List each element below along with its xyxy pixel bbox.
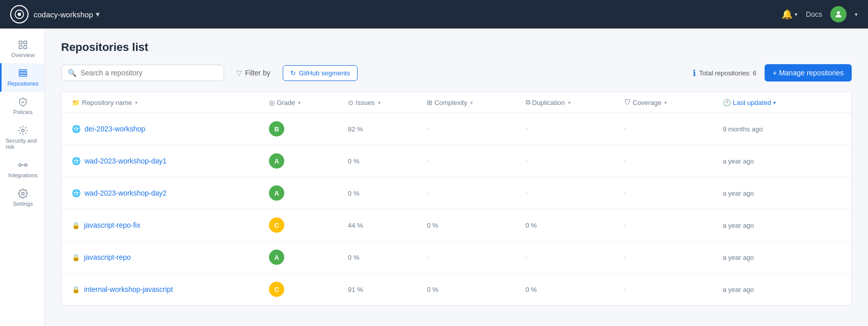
search-box: 🔍 <box>61 65 224 81</box>
grade-cell: A <box>269 153 348 169</box>
search-input[interactable] <box>80 69 218 77</box>
chevron-down-icon: ▾ <box>795 11 798 18</box>
org-selector[interactable]: codacy-workshop ▾ <box>34 10 100 19</box>
complexity-cell: - <box>427 124 526 133</box>
cell-dash: - <box>427 253 429 261</box>
sort-icon: ▾ <box>378 100 381 105</box>
duplication-cell: - <box>526 156 625 166</box>
sidebar-item-integrations[interactable]: Integrations <box>0 155 44 183</box>
sidebar-item-label: Repositories <box>7 80 38 87</box>
filter-icon: ▽ <box>236 69 242 77</box>
complexity-value: 0 % <box>427 286 438 293</box>
grade-cell: C <box>269 218 348 233</box>
issues-cell: 0 % <box>348 156 427 166</box>
table-row[interactable]: 🔒 internal-workshop-javascript C 91 % 0 … <box>62 274 851 305</box>
table-row[interactable]: 🔒 javascript-repo A 0 % - - - a year ago <box>62 241 851 274</box>
duplication-cell: - <box>526 188 625 198</box>
org-name: codacy-workshop <box>34 10 93 19</box>
table-row[interactable]: 🔒 javascript-repo-fix C 44 % 0 % 0 % - a… <box>62 209 851 241</box>
total-repos-label: Total repositories: 6 <box>699 69 756 77</box>
main-content: Repositories list 🔍 ▽ Filter by ↻ GitHub… <box>45 29 868 326</box>
toolbar: 🔍 ▽ Filter by ↻ GitHub segments ℹ Total … <box>61 64 852 82</box>
grade-cell: B <box>269 121 348 137</box>
notifications-button[interactable]: 🔔 ▾ <box>781 9 798 20</box>
folder-icon: 📁 <box>72 99 80 106</box>
sort-icon: ▾ <box>298 100 301 105</box>
last-updated-cell: a year ago <box>723 222 841 229</box>
complexity-icon: ⊞ <box>427 99 432 106</box>
grade-icon: ◎ <box>269 99 275 106</box>
repo-name-text: javascript-repo <box>84 253 131 261</box>
th-grade[interactable]: ◎ Grade ▾ <box>269 98 348 106</box>
th-issues[interactable]: ⊙ Issues ▾ <box>348 98 427 106</box>
cell-dash: - <box>624 157 627 165</box>
sidebar-item-policies[interactable]: Policies <box>0 92 44 120</box>
duplication-value: 0 % <box>526 222 537 229</box>
th-coverage[interactable]: ⛉ Coverage ▾ <box>624 98 723 106</box>
filter-button[interactable]: ▽ Filter by <box>230 65 277 80</box>
sort-icon: ▾ <box>470 100 473 105</box>
th-complexity[interactable]: ⊞ Complexity ▾ <box>427 98 526 106</box>
logo[interactable] <box>10 5 29 23</box>
grade-cell: A <box>269 250 348 265</box>
issues-cell: 0 % <box>348 253 427 262</box>
lock-icon: 🔒 <box>72 222 80 229</box>
th-name[interactable]: 📁 Repository name ▾ <box>72 98 269 106</box>
sidebar-item-label: Integrations <box>8 172 37 178</box>
complexity-cell: 0 % <box>427 221 526 230</box>
issues-value: 82 % <box>348 125 363 133</box>
issues-value: 44 % <box>348 222 363 229</box>
repo-name: 🌐 wad-2023-workshop-day2 <box>72 189 269 197</box>
sidebar-item-settings[interactable]: Settings <box>0 183 44 212</box>
svg-point-1 <box>18 13 21 16</box>
grade-cell: A <box>269 185 348 201</box>
sidebar-item-security[interactable]: Security and risk <box>0 120 44 155</box>
cell-dash: - <box>526 125 528 133</box>
globe-icon: 🌐 <box>72 189 80 197</box>
grade-cell: C <box>269 282 348 297</box>
complexity-cell: - <box>427 188 526 198</box>
svg-point-2 <box>837 11 840 14</box>
chevron-down-icon: ▾ <box>96 10 100 19</box>
repo-name-text: dei-2023-workshop <box>85 125 145 133</box>
grade-badge: A <box>269 250 284 265</box>
manage-repositories-button[interactable]: + Manage repositories <box>765 64 852 82</box>
lock-icon: 🔒 <box>72 254 80 261</box>
cell-dash: - <box>526 157 528 165</box>
sidebar-item-overview[interactable]: Overview <box>0 35 44 63</box>
last-updated-cell: a year ago <box>723 286 841 293</box>
svg-point-13 <box>22 193 24 195</box>
grade-badge: B <box>269 121 284 137</box>
svg-rect-8 <box>19 72 27 74</box>
top-navigation: codacy-workshop ▾ 🔔 ▾ Docs ▾ <box>0 0 868 29</box>
manage-repos-label: + Manage repositories <box>773 69 844 77</box>
th-duplication[interactable]: ⧉ Duplication ▾ <box>526 98 625 106</box>
issues-value: 0 % <box>348 157 359 165</box>
globe-icon: 🌐 <box>72 125 80 133</box>
github-segments-button[interactable]: ↻ GitHub segments <box>283 65 358 81</box>
bell-icon: 🔔 <box>781 9 793 20</box>
duplication-cell: 0 % <box>526 221 625 230</box>
cell-dash: - <box>624 253 627 261</box>
repo-name-text: javascript-repo-fix <box>84 221 140 229</box>
svg-point-10 <box>22 129 24 132</box>
table-header: 📁 Repository name ▾ ◎ Grade ▾ ⊙ Issues ▾… <box>62 92 851 113</box>
th-last-updated[interactable]: 🕐 Last updated ▾ <box>723 98 841 106</box>
table-row[interactable]: 🌐 dei-2023-workshop B 82 % - - - 9 month… <box>62 113 851 145</box>
issues-value: 0 % <box>348 189 359 197</box>
sidebar-item-label: Security and risk <box>6 138 40 150</box>
topnav-left: codacy-workshop ▾ <box>10 5 100 23</box>
coverage-cell: - <box>624 285 723 294</box>
table-row[interactable]: 🌐 wad-2023-workshop-day1 A 0 % - - - a y… <box>62 145 851 177</box>
page-title: Repositories list <box>61 41 852 54</box>
complexity-cell: 0 % <box>427 285 526 294</box>
sort-icon: ▾ <box>568 100 571 105</box>
table-row[interactable]: 🌐 wad-2023-workshop-day2 A 0 % - - - a y… <box>62 177 851 209</box>
docs-link[interactable]: Docs <box>806 10 822 18</box>
user-avatar[interactable] <box>830 6 847 22</box>
sidebar-item-label: Overview <box>11 52 35 58</box>
repo-name: 🔒 javascript-repo-fix <box>72 221 269 229</box>
sidebar-item-repositories[interactable]: Repositories <box>0 63 44 92</box>
issues-cell: 82 % <box>348 124 427 133</box>
svg-rect-9 <box>19 75 27 76</box>
